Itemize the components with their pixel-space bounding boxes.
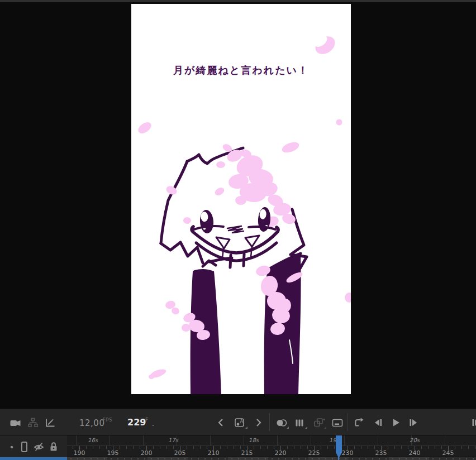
frame-tick (93, 446, 93, 449)
frame-number: 210 (203, 449, 223, 457)
layer-dot-icon[interactable] (6, 441, 17, 452)
frame-tick (301, 446, 301, 449)
frame-number: 245 (438, 449, 458, 457)
camera-icon[interactable] (9, 417, 22, 428)
timeline-area: 16s17s18s19s20s 190195200205210215220225… (0, 435, 476, 460)
frame-dot (285, 458, 286, 459)
cel-icon[interactable] (19, 441, 30, 452)
frame-dot (272, 458, 273, 459)
frame-tick (394, 446, 395, 449)
frames-track-row[interactable] (67, 457, 476, 460)
frame-dot (265, 458, 266, 459)
frame-tick (321, 446, 321, 449)
onion-skin-icon[interactable] (275, 417, 288, 428)
frame-dot (97, 458, 98, 459)
frame-dot (359, 458, 360, 459)
drawing-canvas[interactable]: 月が綺麗ねと言われたい！ (131, 4, 351, 394)
frame-tick (126, 446, 127, 449)
frame-dot (151, 458, 152, 459)
graph-icon[interactable] (45, 417, 57, 428)
duplicate-frame-icon[interactable] (313, 417, 325, 428)
frame-dot (84, 458, 85, 459)
previous-keyframe-icon[interactable] (217, 417, 229, 428)
frame-tick (327, 446, 328, 449)
frame-tick (307, 446, 308, 449)
frame-dot (332, 458, 333, 459)
frame-dot (258, 458, 259, 459)
frame-dot (372, 458, 373, 459)
frame-tick (73, 446, 73, 449)
timeline-end-icon[interactable] (472, 417, 476, 428)
selected-layer-bar[interactable] (0, 457, 67, 460)
frame-dot (278, 458, 279, 459)
seconds-divider (311, 435, 311, 445)
frame-tick (274, 446, 274, 449)
frame-dot (312, 458, 313, 459)
frame-dot (379, 458, 380, 459)
timeline-ruler[interactable]: 16s17s18s19s20s 190195200205210215220225… (67, 435, 476, 460)
frame-dropdown-dot (153, 425, 154, 426)
track-segment (268, 457, 308, 460)
track-segment (228, 457, 268, 460)
frame-tick (240, 446, 241, 449)
frame-tick (220, 446, 221, 449)
frame-number: 215 (237, 449, 257, 457)
frame-dot (292, 458, 293, 459)
frame-dot (251, 458, 253, 459)
frame-tick (166, 446, 167, 449)
frame-dot (325, 458, 326, 459)
frame-dot (144, 458, 145, 459)
mark-frame-icon[interactable] (331, 417, 344, 428)
hierarchy-icon[interactable] (27, 417, 40, 428)
frame-dot (459, 458, 460, 459)
frame-tick (120, 446, 120, 449)
frame-tick (267, 446, 268, 449)
track-segment (429, 457, 469, 460)
auto-key-icon[interactable]: A (234, 417, 246, 428)
toolbar-separator (269, 413, 270, 431)
frame-dot (111, 458, 112, 459)
track-segment (107, 457, 147, 460)
frame-dot (426, 458, 427, 459)
play-icon[interactable] (391, 417, 403, 428)
frame-dot (385, 458, 387, 459)
track-segment (67, 457, 107, 460)
loop-icon[interactable] (354, 417, 366, 428)
left-fang (216, 237, 230, 248)
frame-number: 235 (371, 449, 391, 457)
frame-tick (140, 446, 140, 449)
frame-dot (211, 458, 212, 459)
frame-dot (432, 458, 434, 459)
seconds-divider (110, 435, 110, 445)
frame-dot (318, 458, 320, 459)
frame-number: 225 (304, 449, 324, 457)
frame-tick (428, 446, 429, 449)
frame-dot (245, 458, 246, 459)
frame-dot (238, 458, 239, 459)
track-segment (147, 457, 188, 460)
canvas-caption: 月が綺麗ねと言われたい！ (131, 64, 351, 77)
next-frame-icon[interactable] (408, 417, 420, 428)
track-segment (389, 457, 429, 460)
second-label: 20s (406, 437, 423, 443)
frame-tick (354, 446, 355, 449)
frame-number: 220 (270, 449, 291, 457)
frame-tick (334, 446, 335, 449)
seconds-divider (344, 435, 345, 445)
seconds-divider (143, 435, 144, 445)
frame-tick (388, 446, 388, 449)
fps-display[interactable]: 12,00 (79, 418, 104, 428)
lock-icon[interactable] (48, 441, 59, 452)
light-table-icon[interactable] (294, 417, 306, 428)
frame-dot (231, 458, 232, 459)
track-segment (308, 457, 349, 460)
current-frame-display[interactable]: 229 (127, 417, 146, 428)
previous-frame-icon[interactable] (373, 417, 385, 428)
next-keyframe-icon[interactable] (255, 417, 267, 428)
frame-dot (198, 458, 199, 459)
character-drawing (131, 4, 351, 394)
frame-tick (287, 446, 288, 449)
track-segment (188, 457, 228, 460)
frame-tick (408, 446, 408, 449)
hide-eye-icon[interactable] (33, 441, 44, 452)
